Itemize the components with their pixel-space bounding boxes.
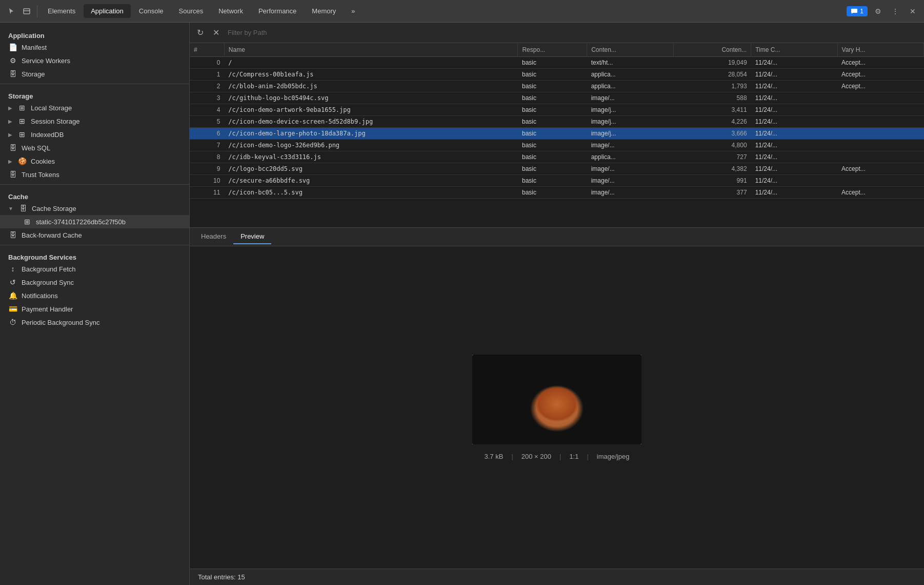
panel-tabs: Headers Preview [190,228,924,246]
cell-ct2: 588 [673,92,751,104]
tab-performance[interactable]: Performance [251,4,304,18]
cookies-icon: 🍪 [17,157,27,165]
manifest-icon: 📄 [8,43,17,51]
table-row[interactable]: 5 /c/icon-demo-device-screen-5d52d8b9.jp… [190,116,924,128]
col-header-content2: Conten... [673,43,751,57]
top-bar: Elements Application Console Sources Net… [0,0,924,23]
tab-headers[interactable]: Headers [194,229,233,244]
cell-name: /c/icon-demo-large-photo-18da387a.jpg [224,128,518,140]
cell-varyh: Accept... [837,69,923,81]
storage-section-title: Storage [0,87,189,101]
cell-respo: basic [518,69,587,81]
sidebar-item-background-fetch[interactable]: ↕ Background Fetch [0,262,189,276]
main-layout: Application 📄 Manifest ⚙ Service Workers… [0,23,924,585]
cell-timec: 11/24/... [751,187,837,199]
tab-preview[interactable]: Preview [233,229,271,244]
table-row[interactable]: 8 /c/idb-keyval-c33d3116.js basic applic… [190,151,924,163]
sidebar-item-cookies[interactable]: ▶ 🍪 Cookies [0,154,189,168]
cell-ct2: 3,411 [673,104,751,116]
sidebar-item-service-workers[interactable]: ⚙ Service Workers [0,54,189,67]
sidebar-item-periodic-bg-sync[interactable]: ⏱ Periodic Background Sync [0,316,189,329]
preview-dimensions: 200 × 200 [521,453,551,460]
tab-application[interactable]: Application [84,4,131,18]
sidebar-item-session-storage[interactable]: ▶ ⊞ Session Storage [0,114,189,128]
table-row[interactable]: 9 /c/logo-bcc20dd5.svg basic image/... 4… [190,163,924,175]
more-options-icon[interactable]: ⋮ [888,4,902,18]
sidebar-item-trust-tokens[interactable]: 🗄 Trust Tokens [0,168,189,181]
table-row[interactable]: 10 /c/secure-a66bbdfe.svg basic image/..… [190,175,924,187]
messages-badge[interactable]: 1 [847,6,868,16]
cell-varyh: Accept... [837,187,923,199]
cell-ct1: image/... [587,187,673,199]
tab-more[interactable]: » [344,4,362,18]
table-row[interactable]: 7 /c/icon-demo-logo-326ed9b6.png basic i… [190,140,924,151]
cell-num: 11 [190,187,224,199]
tab-memory[interactable]: Memory [305,4,343,18]
sidebar-item-cache-static[interactable]: ⊞ static-3741017226db5c27f50b [0,215,189,228]
cell-ct1: image/... [587,92,673,104]
sidebar-item-notifications[interactable]: 🔔 Notifications [0,289,189,302]
table-row[interactable]: 2 /c/blob-anim-2db05bdc.js basic applica… [190,81,924,92]
sidebar-item-cache-storage[interactable]: ▼ 🗄 Cache Storage [0,202,189,215]
cell-ct2: 377 [673,187,751,199]
cell-respo: basic [518,92,587,104]
expand-icon: ▶ [8,105,12,111]
cell-num: 1 [190,69,224,81]
cell-ct1: image/j... [587,104,673,116]
cell-ct1: image/... [587,163,673,175]
cell-name: / [224,57,518,69]
tab-network[interactable]: Network [211,4,250,18]
gear-icon: ⚙ [8,56,17,65]
preview-size: 3.7 kB [485,453,504,460]
cell-num: 5 [190,116,224,128]
sidebar: Application 📄 Manifest ⚙ Service Workers… [0,23,190,585]
cell-ct2: 3,666 [673,128,751,140]
cursor-icon[interactable] [4,4,18,18]
cell-varyh [837,151,923,163]
refresh-button[interactable]: ↻ [194,27,207,38]
cell-ct2: 4,382 [673,163,751,175]
col-header-num: # [190,43,224,57]
local-storage-icon: ⊞ [17,104,27,112]
svg-rect-2 [851,9,857,13]
sidebar-item-storage[interactable]: 🗄 Storage [0,67,189,81]
sidebar-item-web-sql[interactable]: 🗄 Web SQL [0,141,189,154]
close-icon[interactable]: ✕ [906,4,920,18]
table-row[interactable]: 0 / basic text/ht... 19,049 11/24/... Ac… [190,57,924,69]
background-section-title: Background Services [0,248,189,262]
clear-button[interactable]: ✕ [210,27,223,38]
table-row[interactable]: 3 /c/github-logo-bc05494c.svg basic imag… [190,92,924,104]
sidebar-item-background-sync[interactable]: ↺ Background Sync [0,276,189,289]
table-row[interactable]: 1 /c/Compress-00b1eafa.js basic applica.… [190,69,924,81]
expand-icon: ▶ [8,132,12,138]
table-row[interactable]: 6 /c/icon-demo-large-photo-18da387a.jpg … [190,128,924,140]
sidebar-item-back-forward-cache[interactable]: 🗄 Back-forward Cache [0,228,189,242]
cell-num: 8 [190,151,224,163]
content-area: ↻ ✕ # Name Respo... Conten... Conten... … [190,23,924,585]
sidebar-item-indexeddb[interactable]: ▶ ⊞ IndexedDB [0,128,189,141]
sidebar-item-local-storage[interactable]: ▶ ⊞ Local Storage [0,101,189,114]
cell-name: /c/icon-bc05...5.svg [224,187,518,199]
table-row[interactable]: 4 /c/icon-demo-artwork-9eba1655.jpg basi… [190,104,924,116]
col-header-varyh: Vary H... [837,43,923,57]
cell-ct2: 28,054 [673,69,751,81]
dock-icon[interactable] [19,4,34,18]
cell-respo: basic [518,175,587,187]
sidebar-item-manifest[interactable]: 📄 Manifest [0,41,189,54]
settings-icon[interactable]: ⚙ [871,4,885,18]
cell-num: 7 [190,140,224,151]
cell-ct2: 991 [673,175,751,187]
table-row[interactable]: 11 /c/icon-bc05...5.svg basic image/... … [190,187,924,199]
filter-input[interactable] [226,28,920,37]
cell-ct1: image/j... [587,128,673,140]
preview-meta: 3.7 kB | 200 × 200 | 1:1 | image/jpeg [485,453,630,460]
cell-timec: 11/24/... [751,57,837,69]
expand-icon: ▶ [8,119,12,124]
sidebar-item-payment-handler[interactable]: 💳 Payment Handler [0,302,189,316]
cell-ct1: applica... [587,81,673,92]
tab-console[interactable]: Console [132,4,171,18]
cell-varyh [837,92,923,104]
tab-elements[interactable]: Elements [41,4,83,18]
tab-sources[interactable]: Sources [172,4,211,18]
cell-name: /c/secure-a66bbdfe.svg [224,175,518,187]
